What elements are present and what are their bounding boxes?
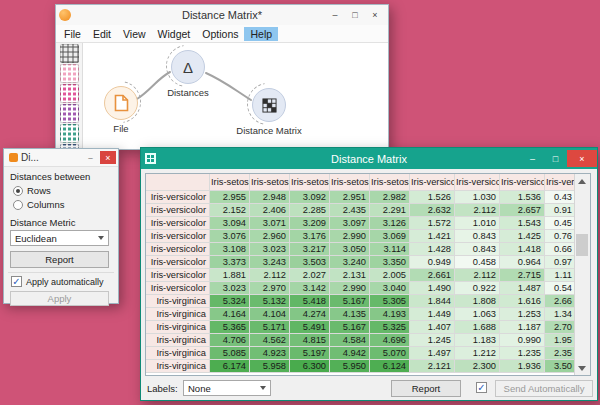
checkbox-icon[interactable]: ✓	[11, 276, 22, 287]
matrix-cell[interactable]: 3.350	[370, 256, 410, 269]
matrix-cell[interactable]: 5.491	[290, 321, 330, 334]
column-header[interactable]: Iris-setosa	[330, 174, 370, 191]
matrix-cell[interactable]: 3.097	[330, 217, 370, 230]
matrix-cell[interactable]: 3.209	[290, 217, 330, 230]
matrix-cell[interactable]: 2.121	[410, 360, 455, 373]
apply-button[interactable]: Apply	[10, 291, 109, 306]
scroll-down-icon[interactable]	[575, 361, 589, 375]
row-label[interactable]: Iris-versicolor	[146, 204, 210, 217]
menu-widget[interactable]: Widget	[152, 27, 197, 41]
apply-automatically-checkbox[interactable]: ✓ Apply automatically	[11, 276, 104, 287]
matrix-cell[interactable]: 4.942	[330, 347, 370, 360]
matrix-cell[interactable]: 3.040	[370, 282, 410, 295]
row-label[interactable]: Iris-virginica	[146, 360, 210, 373]
widget-file[interactable]: File	[104, 86, 138, 120]
matrix-cell[interactable]: 1.497	[410, 347, 455, 360]
matrix-cell[interactable]: 0.54	[545, 282, 574, 295]
matrix-cell[interactable]: 1.425	[500, 230, 545, 243]
matrix-cell[interactable]: 5.325	[370, 321, 410, 334]
matrix-cell[interactable]: 1.187	[500, 321, 545, 334]
matrix-cell[interactable]: 3.240	[330, 256, 370, 269]
column-header[interactable]: Iris-versicolor	[410, 174, 455, 191]
radio-rows[interactable]: Rows	[13, 185, 51, 196]
matrix-cell[interactable]: 2.990	[330, 282, 370, 295]
matrix-cell[interactable]: 2.661	[410, 269, 455, 282]
category-evaluate-icon[interactable]	[60, 124, 79, 143]
column-header[interactable]: Iris-setosa	[210, 174, 250, 191]
matrix-cell[interactable]: 0.43	[545, 191, 574, 204]
matrix-cell[interactable]: 2.657	[500, 204, 545, 217]
matrix-cell[interactable]: 0.97	[545, 256, 574, 269]
matrix-cell[interactable]: 2.112	[455, 269, 500, 282]
matrix-cell[interactable]: 5.950	[330, 360, 370, 373]
matrix-cell[interactable]: 5.305	[370, 295, 410, 308]
matrix-cell[interactable]: 3.050	[330, 243, 370, 256]
radio-columns-label[interactable]: Columns	[27, 199, 65, 210]
matrix-cell[interactable]: 1.063	[455, 308, 500, 321]
column-header[interactable]: Iris-versicolor	[455, 174, 500, 191]
matrix-cell[interactable]: 3.023	[210, 282, 250, 295]
column-header[interactable]: Iris-setosa	[370, 174, 410, 191]
matrix-cell[interactable]: 1.245	[410, 334, 455, 347]
link-distances-matrix[interactable]	[206, 73, 251, 100]
matrix-cell[interactable]: 2.955	[210, 191, 250, 204]
matrix-cell[interactable]: 2.960	[250, 230, 290, 243]
category-visualize-icon[interactable]	[60, 84, 79, 103]
matrix-cell[interactable]: 1.407	[410, 321, 455, 334]
matrix-cell[interactable]: 1.936	[500, 360, 545, 373]
matrix-cell[interactable]: 3.126	[370, 217, 410, 230]
matrix-cell[interactable]: 5.132	[250, 295, 290, 308]
matrix-cell[interactable]: 2.951	[330, 191, 370, 204]
matrix-cell[interactable]: 4.104	[250, 308, 290, 321]
matrix-cell[interactable]: 0.45	[545, 217, 574, 230]
matrix-cell[interactable]: 5.167	[330, 295, 370, 308]
matrix-cell[interactable]: 1.183	[455, 334, 500, 347]
matrix-cell[interactable]: 1.881	[210, 269, 250, 282]
row-label[interactable]: Iris-versicolor	[146, 217, 210, 230]
minimize-button[interactable]: –	[521, 150, 544, 167]
matrix-cell[interactable]: 3.076	[210, 230, 250, 243]
matrix-cell[interactable]: 1.418	[500, 243, 545, 256]
matrix-cell[interactable]: 3.50	[545, 360, 574, 373]
matrix-cell[interactable]: 1.34	[545, 308, 574, 321]
matrix-cell[interactable]: 3.142	[290, 282, 330, 295]
row-label[interactable]: Iris-virginica	[146, 347, 210, 360]
menu-options[interactable]: Options	[196, 27, 244, 41]
radio-icon[interactable]	[13, 200, 23, 210]
scroll-up-icon[interactable]	[575, 174, 589, 188]
matrix-cell[interactable]: 1.490	[410, 282, 455, 295]
matrix-cell[interactable]: 1.449	[410, 308, 455, 321]
matrix-cell[interactable]: 2.291	[370, 204, 410, 217]
matrix-cell[interactable]: 3.114	[370, 243, 410, 256]
matrix-cell[interactable]: 2.715	[500, 269, 545, 282]
matrix-cell[interactable]: 2.70	[545, 321, 574, 334]
widget-distance-matrix[interactable]: Distance Matrix	[252, 88, 286, 122]
matrix-cell[interactable]: 4.274	[290, 308, 330, 321]
matrix-cell[interactable]: 2.131	[330, 269, 370, 282]
row-label[interactable]: Iris-virginica	[146, 334, 210, 347]
matrix-cell[interactable]: 5.085	[210, 347, 250, 360]
send-automatically-checkbox[interactable]: ✓	[476, 382, 487, 393]
apply-automatically-label[interactable]: Apply automatically	[26, 277, 104, 287]
matrix-cell[interactable]: 1.428	[410, 243, 455, 256]
matrix-cell[interactable]: 1.543	[500, 217, 545, 230]
matrix-cell[interactable]: 6.300	[290, 360, 330, 373]
workflow-canvas[interactable]: File Δ Distances	[83, 43, 388, 149]
matrix-cell[interactable]: 1.030	[455, 191, 500, 204]
row-label[interactable]: Iris-versicolor	[146, 282, 210, 295]
category-data-icon[interactable]	[60, 64, 79, 83]
matrix-cell[interactable]: 2.66	[545, 295, 574, 308]
distance-table[interactable]: Iris-setosaIris-setosaIris-setosaIris-se…	[146, 174, 574, 375]
column-header[interactable]: Iris-setosa	[250, 174, 290, 191]
vertical-scrollbar[interactable]	[574, 174, 590, 375]
link-file-distances[interactable]	[137, 72, 170, 99]
matrix-cell[interactable]: 5.958	[250, 360, 290, 373]
dialog-report-button[interactable]: Report	[10, 251, 109, 268]
matrix-cell[interactable]: 4.815	[290, 334, 330, 347]
matrix-cell[interactable]: 1.212	[455, 347, 500, 360]
matrix-cell[interactable]: 1.688	[455, 321, 500, 334]
menu-edit[interactable]: Edit	[87, 27, 117, 41]
column-header[interactable]: Iris-setosa	[290, 174, 330, 191]
matrix-cell[interactable]: 0.76	[545, 230, 574, 243]
maximize-button[interactable]: □	[345, 7, 365, 23]
